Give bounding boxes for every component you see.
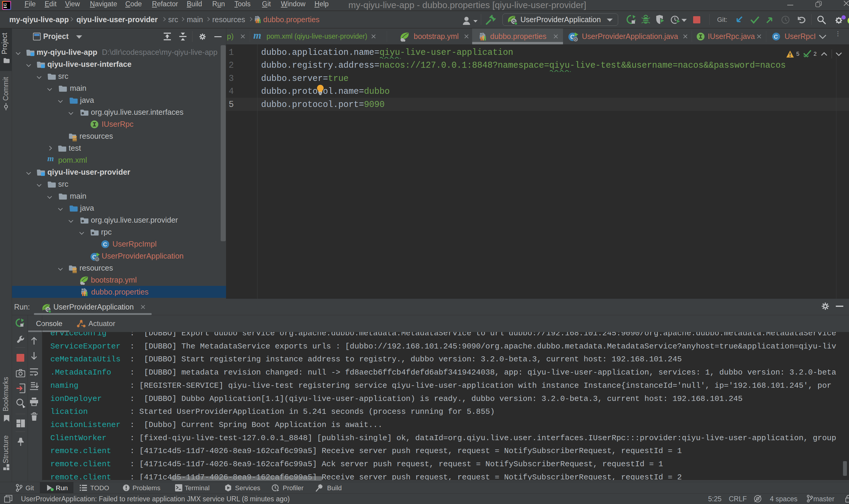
svg-text:C: C [103, 241, 107, 248]
svg-text:C: C [774, 34, 778, 40]
